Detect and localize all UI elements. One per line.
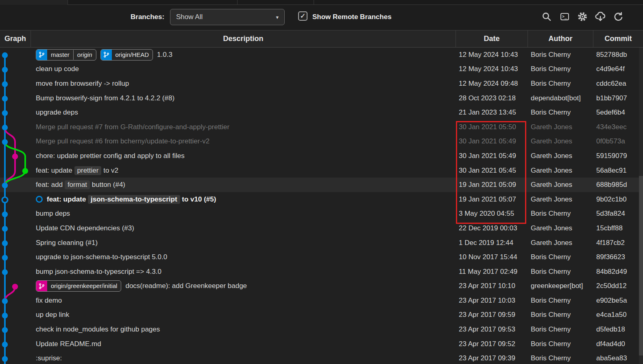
author-cell: greenkeeper[bot]	[527, 282, 593, 290]
description-cell: up dep link	[31, 311, 456, 319]
branch-label[interactable]: origin/greenkeeper/initial	[36, 280, 121, 292]
graph-cell	[0, 76, 31, 91]
commit-row[interactable]: upgrade to json-schema-to-typescript 5.0…	[0, 250, 643, 264]
description-cell: check in node_modules for github pages	[31, 325, 456, 334]
branches-dropdown[interactable]: Show All ▾	[170, 9, 285, 25]
commit-row[interactable]: Merge pull request #6 from bcherny/updat…	[0, 134, 643, 149]
commit-row[interactable]: upgrade deps21 Jan 2023 13:45Boris Chern…	[0, 105, 643, 120]
commit-hash-cell: d5fedb18	[593, 325, 643, 334]
description-cell: :suprise:	[31, 354, 456, 362]
description-cell: upgrade to json-schema-to-typescript 5.0…	[31, 253, 456, 261]
message-text: clean up code	[36, 65, 79, 73]
branch-label[interactable]: masterorigin	[36, 49, 96, 61]
commit-row[interactable]: feat: update json-schema-to-typescript t…	[0, 192, 643, 207]
commit-row[interactable]: Merge pull request #7 from G-Rath/config…	[0, 120, 643, 134]
checkmark-icon: ✓	[300, 12, 305, 20]
search-icon[interactable]	[541, 11, 552, 22]
author-cell: Gareth Jones	[527, 152, 593, 160]
commit-hash-cell: 56a8ec91	[593, 167, 643, 175]
show-remote-branches-label: Show Remote Branches	[312, 13, 392, 21]
commit-row[interactable]: Bump browserify-sign from 4.2.1 to 4.2.2…	[0, 91, 643, 106]
commit-row[interactable]: Spring cleaning (#1)1 Dec 2019 12:44Gare…	[0, 236, 643, 250]
message-text: Update README.md	[36, 340, 101, 348]
message-text: feat: update	[47, 195, 88, 203]
author-cell: Gareth Jones	[527, 123, 593, 131]
commit-row[interactable]: feat: add format button (#4)19 Jan 2021 …	[0, 178, 643, 192]
description-cell: feat: update json-schema-to-typescript t…	[31, 195, 456, 204]
message-text: bump json-schema-to-typescript => 4.3.0	[36, 268, 161, 275]
commit-row[interactable]: Update README.md23 Apr 2017 09:52Boris C…	[0, 337, 643, 351]
graph-cell	[0, 105, 31, 120]
description-cell: bump deps	[31, 210, 456, 218]
commit-row[interactable]: Update CDN dependencies (#3)22 Dec 2019 …	[0, 221, 643, 236]
settings-gear-icon[interactable]	[577, 11, 588, 22]
author-cell: Gareth Jones	[527, 167, 593, 175]
message-text: 1.0.3	[157, 51, 172, 58]
commit-row[interactable]: bump deps3 May 2020 04:55Boris Cherny5d3…	[0, 207, 643, 221]
commit-row[interactable]: check in node_modules for github pages23…	[0, 322, 643, 337]
commit-row[interactable]: chore: update prettier config and apply …	[0, 149, 643, 163]
author-cell: Boris Cherny	[527, 311, 593, 319]
author-cell: Boris Cherny	[527, 340, 593, 348]
description-cell: Merge pull request #7 from G-Rath/config…	[31, 123, 456, 131]
commit-row[interactable]: masteroriginorigin/HEAD1.0.312 May 2024 …	[0, 48, 643, 62]
commit-row[interactable]: up dep link23 Apr 2017 09:59Boris Cherny…	[0, 308, 643, 323]
commit-message: 1.0.3	[157, 51, 172, 59]
commit-row[interactable]: bump json-schema-to-typescript => 4.3.01…	[0, 264, 643, 279]
date-cell: 23 Apr 2017 09:59	[456, 311, 527, 319]
graph-cell	[0, 91, 31, 106]
description-cell: Merge pull request #6 from bcherny/updat…	[31, 137, 456, 145]
message-text: :suprise:	[36, 354, 62, 362]
date-cell: 12 May 2024 10:43	[456, 51, 527, 59]
commit-row[interactable]: move from browserify -> rollup12 May 202…	[0, 76, 643, 91]
graph-cell	[0, 264, 31, 279]
message-text: upgrade to json-schema-to-typescript 5.0…	[36, 253, 167, 261]
author-cell: Gareth Jones	[527, 137, 593, 145]
graph-cell	[0, 62, 31, 77]
refresh-icon[interactable]	[612, 11, 624, 22]
date-cell: 30 Jan 2021 05:50	[456, 123, 527, 131]
fetch-cloud-download-icon[interactable]	[595, 11, 606, 22]
checked-out-ring-icon	[36, 196, 43, 203]
date-cell: 1 Dec 2019 12:44	[456, 239, 527, 247]
commit-message: fix demo	[36, 297, 62, 305]
show-remote-branches-checkbox[interactable]: ✓	[298, 11, 307, 21]
commit-message: check in node_modules for github pages	[36, 325, 160, 334]
author-cell: Boris Cherny	[527, 51, 593, 59]
message-text: chore: update prettier config and apply …	[36, 152, 185, 160]
commit-message: feat: update json-schema-to-typescript t…	[47, 195, 216, 204]
header-author: Author	[527, 30, 593, 47]
inline-code-chip: prettier	[74, 166, 102, 175]
commit-hash-cell: 9b02c1b0	[593, 195, 643, 204]
message-text: upgrade deps	[36, 108, 78, 116]
commit-table-body: masteroriginorigin/HEAD1.0.312 May 2024 …	[0, 48, 643, 364]
message-text: move from browserify -> rollup	[36, 80, 129, 87]
date-cell: 12 May 2024 09:48	[456, 80, 527, 88]
date-cell: 30 Jan 2021 05:49	[456, 152, 527, 160]
message-text: to v10 (#5)	[180, 195, 216, 203]
author-cell: Boris Cherny	[527, 108, 593, 117]
commit-row[interactable]: :suprise:23 Apr 2017 09:39Boris Chernyab…	[0, 351, 643, 364]
terminal-icon[interactable]: >_	[559, 11, 570, 22]
tab-separator	[237, 0, 238, 5]
date-cell: 23 Apr 2017 10:03	[456, 297, 527, 305]
scrollbar-thumb[interactable]	[639, 176, 643, 355]
branch-label-text: master	[47, 50, 73, 60]
commit-row[interactable]: origin/greenkeeper/initialdocs(readme): …	[0, 279, 643, 294]
message-text: fix demo	[36, 297, 62, 304]
commit-hash-cell: 5edef6b4	[593, 108, 643, 117]
commit-message: bump json-schema-to-typescript => 4.3.0	[36, 268, 161, 276]
inline-code-chip: format	[65, 180, 90, 189]
commit-hash-cell: aba5ea83	[593, 354, 643, 362]
commit-hash-cell: b1bb7907	[593, 94, 643, 102]
commit-message: clean up code	[36, 65, 79, 73]
author-cell: Boris Cherny	[527, 253, 593, 261]
description-cell: move from browserify -> rollup	[31, 80, 456, 88]
branch-label[interactable]: origin/HEAD	[100, 49, 153, 61]
message-text: check in node_modules for github pages	[36, 325, 160, 333]
commit-row[interactable]: feat: update prettier to v230 Jan 2021 0…	[0, 163, 643, 178]
date-cell: 11 May 2017 02:49	[456, 268, 527, 276]
description-cell: Update CDN dependencies (#3)	[31, 224, 456, 232]
commit-row[interactable]: fix demo23 Apr 2017 10:03Boris Chernye90…	[0, 293, 643, 308]
commit-row[interactable]: clean up code12 May 2024 10:43Boris Cher…	[0, 62, 643, 77]
